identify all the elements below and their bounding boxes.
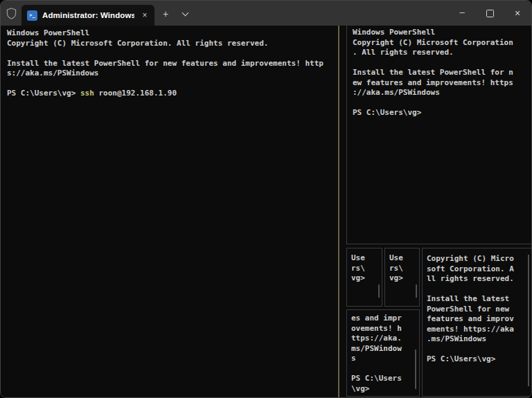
terminal-line: Copyright (C) Micro [427, 254, 531, 264]
terminal-output: Users\vg> [389, 253, 419, 284]
command-args: roon@192.168.1.90 [94, 89, 177, 98]
terminal-output: Users\vg> [351, 253, 382, 284]
close-button[interactable]: × [504, 1, 531, 26]
terminal-line: ll rights reserved. [427, 274, 531, 284]
terminal-line: Install the latest [427, 294, 531, 305]
tab-close-icon[interactable]: × [139, 10, 150, 21]
terminal-line [353, 98, 532, 109]
maximize-icon [486, 10, 494, 17]
minimize-button[interactable]: – [448, 1, 476, 26]
terminal-line: ew features and improvements! https [353, 78, 532, 89]
terminal-output: Copyright (C) Microsoft Corporation. All… [427, 254, 531, 365]
terminal-line: vg> [389, 273, 419, 284]
titlebar[interactable]: >_ Administrator: Windows PowerShell × +… [1, 1, 531, 26]
terminal-line: PS C:\Users\vg> [353, 108, 532, 118]
terminal-line [353, 58, 532, 69]
terminal-line: Windows PowerShell [7, 28, 338, 39]
chevron-down-icon [181, 10, 188, 17]
terminal-line [7, 48, 338, 59]
maximize-button[interactable] [476, 1, 504, 26]
terminal-output: Windows PowerShellCopyright (C) Microsof… [7, 28, 338, 89]
terminal-line: ://aka.ms/PSWindows [353, 88, 532, 98]
scrollbar-thumb[interactable] [528, 255, 529, 386]
terminal-line [427, 345, 531, 355]
terminal-line: ovements! h [351, 324, 419, 334]
tab-dropdown-button[interactable] [177, 5, 193, 23]
terminal-line: s://aka.ms/PSWindows [7, 69, 338, 79]
terminal-line: ements! https://aka [427, 325, 531, 335]
new-tab-button[interactable]: + [157, 5, 174, 23]
scrollbar-thumb[interactable] [378, 284, 380, 298]
pane-bottom-right-terminal[interactable]: Copyright (C) Microsoft Corporation. All… [422, 248, 532, 397]
scrollbar-thumb[interactable] [416, 284, 417, 298]
terminal-line: es and impr [351, 314, 419, 324]
terminal-window: >_ Administrator: Windows PowerShell × +… [0, 0, 532, 398]
terminal-output: Windows PowerShellCopyright (C) Microsof… [353, 28, 532, 118]
terminal-line: features and improv [427, 314, 531, 325]
tab-powershell[interactable]: >_ Administrator: Windows PowerShell × [21, 5, 154, 26]
pane-bottom-middle-terminal[interactable]: es and improvements! https://aka.ms/PSWi… [346, 309, 420, 397]
terminal-line: PS C:\Users [351, 374, 419, 384]
terminal-line: Copyright (C) Microsoft Corporation [353, 38, 532, 48]
terminal-line: . All rights reserved. [353, 48, 532, 58]
terminal-line: ttps://aka. [351, 334, 419, 344]
tab-title: Administrator: Windows PowerShell [42, 11, 134, 19]
terminal-line: \vg> [351, 384, 419, 395]
terminal-line: s [351, 354, 419, 364]
terminal-line: ms/PSWindow [351, 344, 419, 354]
terminal-line: Copyright (C) Microsoft Corporation. All… [7, 39, 338, 49]
terminal-line: Use [389, 253, 419, 264]
pane-top-right-terminal[interactable]: Windows PowerShellCopyright (C) Microsof… [346, 26, 532, 244]
powershell-icon: >_ [27, 10, 37, 21]
terminal-line: PowerShell for new [427, 305, 531, 315]
terminal-line [351, 364, 419, 374]
terminal-line: .ms/PSWindows [427, 334, 531, 345]
admin-shield-icon [1, 1, 21, 26]
terminal-line: Windows PowerShell [353, 28, 532, 38]
prompt-text: PS C:\Users\vg> [7, 89, 80, 98]
terminal-line [427, 284, 531, 295]
terminal-line: Install the latest PowerShell for n [353, 68, 532, 78]
terminal-line [7, 79, 338, 89]
terminal-line: Use [351, 253, 382, 264]
terminal-line: PS C:\Users\vg> [427, 354, 531, 365]
command-text: ssh [80, 89, 94, 98]
scrollbar-thumb[interactable] [415, 350, 416, 389]
window-controls: – × [448, 1, 531, 26]
terminal-line: Install the latest PowerShell for new fe… [7, 59, 338, 69]
pane-small-2-terminal[interactable]: Users\vg> [384, 248, 420, 307]
prompt-line: PS C:\Users\vg> ssh roon@192.168.1.90 [7, 89, 338, 99]
terminal-line: vg> [351, 273, 382, 284]
pane-small-1-terminal[interactable]: Users\vg> [346, 248, 382, 307]
pane-left-terminal[interactable]: Windows PowerShellCopyright (C) Microsof… [1, 26, 339, 397]
terminal-line: rs\ [351, 264, 382, 274]
terminal-line: soft Corporation. A [427, 264, 531, 275]
terminal-output: es and improvements! https://aka.ms/PSWi… [351, 314, 419, 394]
terminal-line: rs\ [389, 264, 419, 274]
